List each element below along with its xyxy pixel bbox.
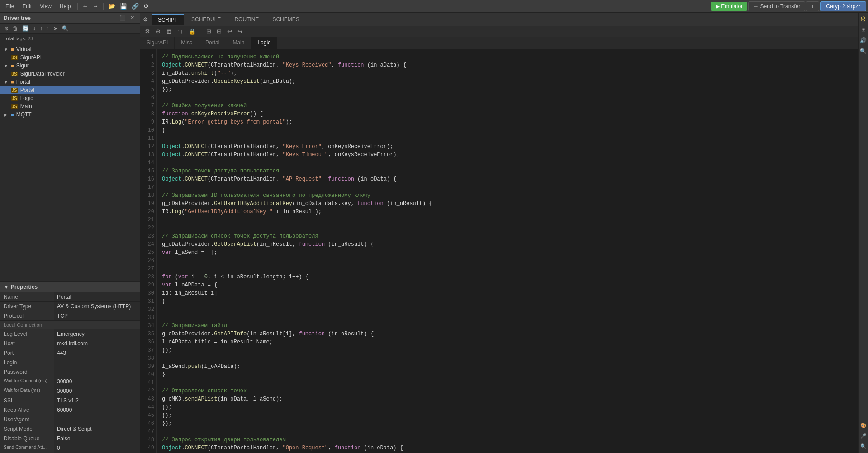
tree-item-sigurdp[interactable]: JS SigurDataProvider <box>0 70 140 78</box>
code-editor[interactable]: 1234567891011121314151617181920212223242… <box>140 49 858 453</box>
prop-label-driver-type: Driver Type <box>0 302 54 311</box>
tree-item-sigur[interactable]: ▼ ■ Sigur <box>0 62 140 70</box>
send-to-transfer-button[interactable]: → Send to Transfer <box>748 1 805 11</box>
tree-link-icon[interactable]: ↑ <box>45 25 51 32</box>
file-tab-logic[interactable]: Logic <box>251 37 277 49</box>
editor-tool-icon2[interactable]: ⊕ <box>154 28 162 35</box>
file-tab-portal[interactable]: Portal <box>199 37 226 49</box>
editor-tool-icon4[interactable]: ↑↓ <box>175 28 185 35</box>
prop-value-password <box>54 367 140 377</box>
settings-icon[interactable]: ⚙ <box>142 3 151 10</box>
new-tab-button[interactable]: + <box>806 1 819 11</box>
tree-item-virtual[interactable]: ▼ ■ Virtual <box>0 45 140 53</box>
open-icon[interactable]: 📂 <box>106 3 117 10</box>
code-line-47 <box>162 428 853 436</box>
tree-item-portal-group[interactable]: ▼ ■ Portal <box>0 78 140 86</box>
code-content[interactable]: // Подписываемся на получение ключей Obj… <box>157 49 858 453</box>
code-line-15: // Запрос точек доступа пользователя <box>162 167 853 175</box>
properties-header[interactable]: ▼ Properties <box>0 282 140 292</box>
sigur-group-icon: ■ <box>11 63 14 68</box>
js-icon2: JS <box>11 72 18 76</box>
prop-label-wfc: Wait for Connect (ms) <box>0 377 54 386</box>
right-sidebar-icon2[interactable]: ⊞ <box>860 24 867 34</box>
tree-up-icon[interactable]: ↑ <box>38 25 44 32</box>
prop-protocol-row: Protocol TCP <box>0 311 140 321</box>
code-line-11 <box>162 134 853 143</box>
tab-schedule[interactable]: SCHEDULE <box>185 14 227 24</box>
code-line-3: in_aData.unshift("--"); <box>162 69 853 77</box>
tree-item-portal-driver[interactable]: JS Portal <box>0 86 140 94</box>
prop-value-sendcmd: 0 <box>54 443 140 453</box>
tree-item-sigurapi[interactable]: JS SigurAPI <box>0 53 140 62</box>
tree-item-portal-main[interactable]: JS Main <box>0 102 140 110</box>
tree-item-label: Main <box>20 103 32 110</box>
code-line-41 <box>162 379 853 387</box>
tab-routine[interactable]: ROUTINE <box>228 14 265 24</box>
prop-wfd-row: Wait for Data (ms) 30000 <box>0 386 140 396</box>
tree-content[interactable]: ▼ ■ Virtual JS SigurAPI ▼ ■ Sigur JS Sig… <box>0 43 140 281</box>
editor-view-icon2[interactable]: ⊟ <box>215 28 223 35</box>
prop-value-keepalive: 60000 <box>54 405 140 415</box>
code-line-23: // Запрашиваем список точек доступа поль… <box>162 232 853 240</box>
code-line-14 <box>162 159 853 167</box>
tab-script[interactable]: SCRIPT <box>152 14 184 25</box>
right-sidebar-search-icon[interactable]: 🔍 <box>859 442 868 451</box>
tree-send-icon[interactable]: ➤ <box>52 25 59 32</box>
prop-label-useragent: UserAgent <box>0 415 54 424</box>
code-line-13: Object.CONNECT(CTenantPortalHandler, "Ke… <box>162 151 853 159</box>
code-line-48: // Запрос открытия двери пользователем <box>162 436 853 444</box>
emulator-button[interactable]: ▶ Emulator <box>711 2 747 11</box>
code-line-49: Object.CONNECT(CTenantPortalHandler, "Op… <box>162 444 853 452</box>
code-line-30: id: in_aResult[i] <box>162 289 853 297</box>
editor-tool-icon3[interactable]: 🗑 <box>164 28 174 35</box>
redo-icon[interactable]: → <box>91 3 100 10</box>
menu-help[interactable]: Help <box>56 3 75 10</box>
code-line-37: }); <box>162 346 853 354</box>
tree-add-icon[interactable]: ⊕ <box>3 25 10 32</box>
editor-area: ⚙ SCRIPT SCHEDULE ROUTINE SCHEMES ⚙ ⊕ 🗑 … <box>140 13 858 453</box>
code-line-40: } <box>162 371 853 379</box>
prop-driver-type-row: Driver Type AV & Custom Systems (HTTP) <box>0 302 140 311</box>
chevron-down-icon: ▼ <box>4 284 9 290</box>
driver-tree-minimize-icon[interactable]: ⬛ <box>118 14 128 21</box>
code-line-24: g_oDataProvider.GetUserApList(in_nResult… <box>162 240 853 248</box>
editor-redo-icon[interactable]: ↪ <box>236 28 244 35</box>
file-tab-sigurapi[interactable]: SigurAPI <box>140 37 175 49</box>
undo-icon[interactable]: ← <box>81 3 90 10</box>
tree-down-icon[interactable]: ↓ <box>32 25 37 32</box>
prop-value-name: Portal <box>54 292 140 301</box>
tree-item-mqtt[interactable]: ▶ ■ MQTT <box>0 110 140 119</box>
code-line-1: // Подписываемся на получение ключей <box>162 53 853 61</box>
right-sidebar-js-icon[interactable]: JS <box>860 14 867 24</box>
menu-file[interactable]: File <box>2 3 18 10</box>
share-icon[interactable]: 🔗 <box>130 3 141 10</box>
tree-delete-icon[interactable]: 🗑 <box>11 25 19 32</box>
save-icon[interactable]: 💾 <box>118 3 129 10</box>
prop-name-row: Name Portal <box>0 292 140 302</box>
editor-view-icon1[interactable]: ⊞ <box>204 28 213 35</box>
prop-label-protocol: Protocol <box>0 311 54 320</box>
right-sidebar-mic-icon[interactable]: 🎤 <box>859 431 868 441</box>
file-tab-misc[interactable]: Misc <box>175 37 199 49</box>
editor-undo-icon[interactable]: ↩ <box>225 28 234 35</box>
menu-edit[interactable]: Edit <box>19 3 35 10</box>
tree-search-icon[interactable]: 🔍 <box>61 25 70 32</box>
file-tab-main[interactable]: Main <box>226 37 251 49</box>
prop-label-name: Name <box>0 292 54 301</box>
editor-tool-icon5[interactable]: 🔒 <box>187 28 198 35</box>
editor-tool-icon1[interactable]: ⚙ <box>143 28 152 35</box>
menu-view[interactable]: View <box>36 3 55 10</box>
right-sidebar-color-icon[interactable]: 🎨 <box>859 421 868 430</box>
tree-item-portal-logic[interactable]: JS Logic <box>0 94 140 102</box>
tree-item-label: Portal <box>16 79 30 85</box>
tree-item-label: Sigur <box>16 62 29 69</box>
tree-refresh-icon[interactable]: 🔄 <box>21 25 30 32</box>
tab-schemes[interactable]: SCHEMES <box>266 14 305 24</box>
active-project-tab[interactable]: Сигур 2.sirpz* <box>820 1 866 11</box>
virtual-group-icon: ■ <box>11 47 14 52</box>
right-sidebar-icon3[interactable]: 🔊 <box>859 35 868 45</box>
expand-icon: ▼ <box>4 63 9 68</box>
right-sidebar-icon4[interactable]: 🔍 <box>859 46 868 56</box>
prop-value-login <box>54 358 140 367</box>
driver-tree-close-icon[interactable]: ✕ <box>128 14 136 21</box>
